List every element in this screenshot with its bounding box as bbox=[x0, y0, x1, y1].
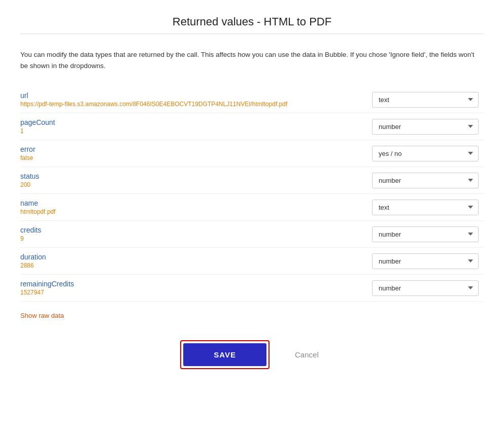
field-select-pageCount[interactable]: textnumberyes / noignore field bbox=[372, 119, 479, 135]
field-right-status: textnumberyes / noignore field bbox=[372, 173, 484, 188]
page-container: Returned values - HTML to PDF You can mo… bbox=[0, 0, 504, 425]
field-left-duration: duration2886 bbox=[20, 253, 46, 269]
field-name-remainingCredits: remainingCredits bbox=[20, 280, 74, 288]
field-value-duration: 2886 bbox=[20, 262, 46, 269]
field-right-name: textnumberyes / noignore field bbox=[372, 200, 484, 215]
field-name-url: url bbox=[20, 91, 287, 100]
fields-container: urlhttps://pdf-temp-files.s3.amazonaws.c… bbox=[20, 86, 484, 302]
field-row: urlhttps://pdf-temp-files.s3.amazonaws.c… bbox=[20, 86, 484, 113]
field-name-pageCount: pageCount bbox=[20, 118, 55, 126]
field-left-name: namehtmltopdf.pdf bbox=[20, 199, 55, 215]
field-select-name[interactable]: textnumberyes / noignore field bbox=[372, 200, 479, 215]
field-select-url[interactable]: textnumberyes / noignore field bbox=[372, 92, 479, 108]
field-right-error: textnumberyes / noignore field bbox=[372, 146, 484, 161]
field-row: errorfalsetextnumberyes / noignore field bbox=[20, 140, 484, 167]
field-right-pageCount: textnumberyes / noignore field bbox=[372, 119, 484, 135]
field-value-name: htmltopdf.pdf bbox=[20, 208, 55, 215]
field-select-remainingCredits[interactable]: textnumberyes / noignore field bbox=[372, 280, 479, 296]
field-right-credits: textnumberyes / noignore field bbox=[372, 226, 484, 242]
field-value-status: 200 bbox=[20, 181, 39, 188]
field-row: duration2886textnumberyes / noignore fie… bbox=[20, 248, 484, 275]
field-value-credits: 9 bbox=[20, 235, 41, 242]
field-right-remainingCredits: textnumberyes / noignore field bbox=[372, 280, 484, 296]
show-raw-data-link[interactable]: Show raw data bbox=[20, 312, 64, 319]
field-name-duration: duration bbox=[20, 253, 46, 261]
description-text: You can modify the data types that are r… bbox=[20, 49, 484, 71]
field-select-error[interactable]: textnumberyes / noignore field bbox=[372, 146, 479, 161]
field-row: credits9textnumberyes / noignore field bbox=[20, 221, 484, 248]
field-select-status[interactable]: textnumberyes / noignore field bbox=[372, 173, 479, 188]
cancel-button[interactable]: Cancel bbox=[290, 343, 324, 366]
save-button[interactable]: SAVE bbox=[183, 343, 266, 366]
field-row: status200textnumberyes / noignore field bbox=[20, 167, 484, 194]
field-right-duration: textnumberyes / noignore field bbox=[372, 253, 484, 269]
field-select-duration[interactable]: textnumberyes / noignore field bbox=[372, 253, 479, 269]
field-left-error: errorfalse bbox=[20, 145, 36, 161]
field-left-remainingCredits: remainingCredits1527947 bbox=[20, 280, 74, 296]
field-value-pageCount: 1 bbox=[20, 127, 55, 135]
field-left-credits: credits9 bbox=[20, 226, 41, 242]
page-title: Returned values - HTML to PDF bbox=[20, 15, 484, 34]
save-button-wrapper: SAVE bbox=[180, 340, 270, 369]
field-left-pageCount: pageCount1 bbox=[20, 118, 55, 135]
field-value-url: https://pdf-temp-files.s3.amazonaws.com/… bbox=[20, 101, 287, 108]
field-name-credits: credits bbox=[20, 226, 41, 234]
field-select-credits[interactable]: textnumberyes / noignore field bbox=[372, 226, 479, 242]
field-value-remainingCredits: 1527947 bbox=[20, 289, 74, 296]
field-row: remainingCredits1527947textnumberyes / n… bbox=[20, 275, 484, 302]
field-left-status: status200 bbox=[20, 172, 39, 188]
field-right-url: textnumberyes / noignore field bbox=[372, 92, 484, 108]
field-name-error: error bbox=[20, 145, 36, 153]
field-name-status: status bbox=[20, 172, 39, 180]
field-name-name: name bbox=[20, 199, 55, 207]
field-row: namehtmltopdf.pdftextnumberyes / noignor… bbox=[20, 194, 484, 221]
field-left-url: urlhttps://pdf-temp-files.s3.amazonaws.c… bbox=[20, 91, 287, 108]
field-value-error: false bbox=[20, 154, 36, 161]
bottom-actions: SAVE Cancel bbox=[20, 340, 484, 369]
field-row: pageCount1textnumberyes / noignore field bbox=[20, 113, 484, 140]
